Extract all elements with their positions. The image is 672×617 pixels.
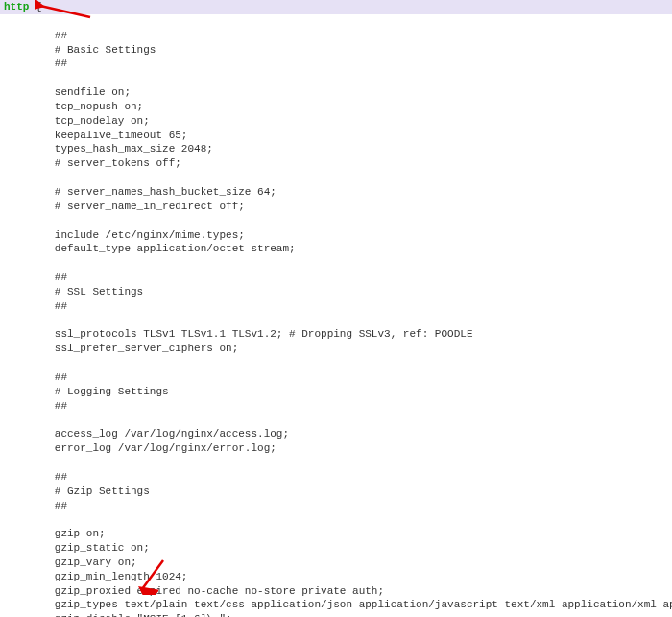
code-line: types_hash_max_size 2048; [0, 142, 672, 156]
code-line: gzip_proxied expired no-cache no-store p… [0, 584, 672, 599]
code-line [0, 71, 672, 85]
code-line [0, 171, 672, 185]
code-line [0, 413, 672, 427]
code-line: ## [0, 470, 672, 485]
code-line: gzip_vary on; [0, 556, 672, 570]
code-line: ## [0, 399, 672, 414]
code-line [0, 314, 672, 328]
code-line: keepalive_timeout 65; [0, 129, 672, 143]
code-line [0, 256, 672, 271]
code-line [0, 14, 672, 29]
code-line: ## [0, 57, 672, 71]
code-line: default_type application/octet-stream; [0, 242, 672, 256]
code-line: # server_names_hash_bucket_size 64; [0, 185, 672, 200]
code-line: ## [0, 299, 672, 314]
code-line: # SSL Settings [0, 285, 672, 299]
code-line: ## [0, 499, 672, 513]
code-line: gzip_min_length 1024; [0, 570, 672, 584]
code-line-http: http { [0, 0, 672, 14]
code-line [0, 512, 672, 527]
code-line: gzip_static on; [0, 541, 672, 556]
code-line: # Gzip Settings [0, 485, 672, 499]
code-line: ssl_prefer_server_ciphers on; [0, 342, 672, 356]
code-line: gzip_types text/plain text/css applicati… [0, 598, 672, 612]
code-line: # Logging Settings [0, 385, 672, 399]
code-line: # server_name_in_redirect off; [0, 200, 672, 214]
code-line: tcp_nopush on; [0, 100, 672, 114]
code-line: sendfile on; [0, 85, 672, 100]
code-body: ## # Basic Settings ## sendfile on; tcp_… [0, 14, 672, 617]
code-line [0, 456, 672, 470]
code-line: gzip on; [0, 527, 672, 541]
code-line: tcp_nodelay on; [0, 114, 672, 129]
code-line: ## [0, 271, 672, 285]
code-line: gzip_disable "MSIE [1-6]\."; [0, 612, 672, 617]
code-line: ## [0, 370, 672, 385]
code-line: ssl_protocols TLSv1 TLSv1.1 TLSv1.2; # D… [0, 327, 672, 342]
code-line [0, 356, 672, 370]
code-line: include /etc/nginx/mime.types; [0, 228, 672, 243]
code-line: ## [0, 29, 672, 43]
code-editor: http { ## # Basic Settings ## sendfile o… [0, 0, 672, 617]
brace-open: { [29, 1, 41, 12]
code-line: # server_tokens off; [0, 156, 672, 171]
code-line: # Basic Settings [0, 43, 672, 58]
code-line: access_log /var/log/nginx/access.log; [0, 427, 672, 441]
code-line [0, 214, 672, 228]
code-line: error_log /var/log/nginx/error.log; [0, 441, 672, 456]
keyword-http: http [4, 1, 29, 12]
